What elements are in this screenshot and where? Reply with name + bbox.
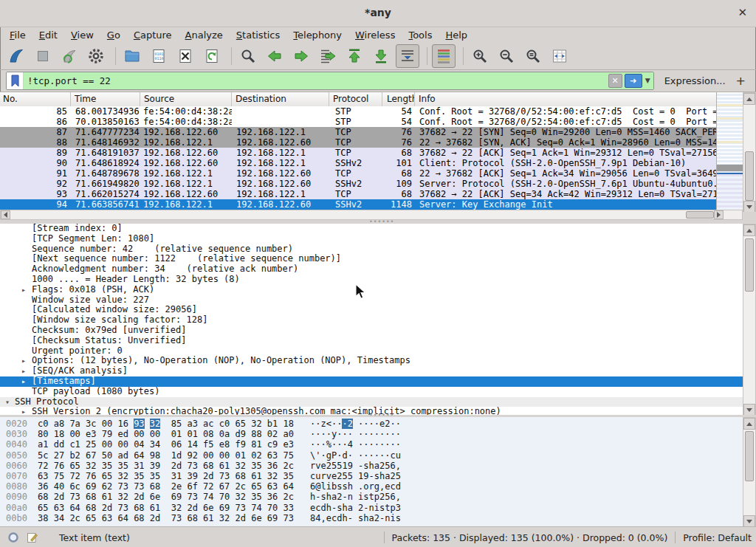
start-capture-button[interactable] xyxy=(4,44,28,68)
go-to-packet-button[interactable] xyxy=(316,44,340,68)
vscroll-thumb[interactable] xyxy=(745,238,754,292)
save-file-button[interactable]: 01010110 xyxy=(147,44,171,68)
hex-row[interactable]: 008036 40 6c 69 62 73 73 68 2e 6f 72 67 … xyxy=(0,481,756,492)
apply-filter-button[interactable]: ➜ xyxy=(625,74,642,88)
expander-icon[interactable]: ▸ xyxy=(21,285,26,295)
hex-row[interactable]: 00b038 34 2c 65 63 64 68 2d 73 68 61 32 … xyxy=(0,513,756,523)
detail-row[interactable]: ▸Flags: 0x018 (PSH, ACK) xyxy=(0,285,743,295)
menu-item-statistics[interactable]: Statistics xyxy=(230,29,286,41)
hex-bytes[interactable]: 80 18 00 e3 79 ed 00 00 01 01 08 0a d9 8… xyxy=(38,429,294,439)
profile-label[interactable]: Profile: Default xyxy=(683,532,752,543)
menu-item-telephony[interactable]: Telephony xyxy=(286,29,348,41)
detail-row[interactable]: Sequence number: 42 (relative sequence n… xyxy=(0,244,743,255)
menu-item-view[interactable]: View xyxy=(64,29,100,41)
hscroll-thumb[interactable] xyxy=(686,211,714,219)
resize-columns-button[interactable] xyxy=(548,44,571,68)
hex-row[interactable]: 0020c0 a8 7a 3c 00 16 93 32 85 a3 ac c0 … xyxy=(0,419,756,429)
hex-bytes[interactable]: a1 dd c1 25 00 00 04 34 06 14 f5 e8 f9 8… xyxy=(38,439,294,450)
detail-row[interactable]: Urgent pointer: 0 xyxy=(0,346,743,357)
detail-row[interactable]: ▸[Timestamps] xyxy=(0,376,743,387)
zoom-out-button[interactable] xyxy=(495,44,518,68)
packet-row[interactable]: 9471.663856741192.168.122.1192.168.122.6… xyxy=(0,199,716,210)
packet-row[interactable]: 8871.648146932192.168.122.1192.168.122.6… xyxy=(0,137,716,148)
column-header-protocol[interactable]: Protocol xyxy=(329,92,382,106)
menu-item-tools[interactable]: Tools xyxy=(402,29,439,41)
hex-row[interactable]: 007063 75 72 76 65 32 35 35 31 39 2d 73 … xyxy=(0,471,756,481)
detail-row[interactable]: [Next sequence number: 1122 (relative se… xyxy=(0,254,743,264)
close-file-button[interactable] xyxy=(173,44,197,68)
column-header-length[interactable]: Length xyxy=(382,92,415,106)
go-back-button[interactable] xyxy=(263,44,286,68)
expander-icon[interactable]: ▾ xyxy=(5,397,10,407)
packet-list-vscrollbar[interactable] xyxy=(743,92,756,212)
packet-row[interactable]: 8971.648191037192.168.122.60192.168.122.… xyxy=(0,148,716,158)
hex-bytes[interactable]: 68 2d 73 68 61 32 2d 6e 69 73 74 70 32 3… xyxy=(38,492,294,502)
auto-scroll-button[interactable] xyxy=(396,44,419,68)
column-header-source[interactable]: Source xyxy=(140,92,232,106)
hex-bytes[interactable]: 65 63 64 68 2d 73 68 61 32 2d 6e 69 73 7… xyxy=(38,503,294,513)
scroll-left-icon[interactable] xyxy=(4,212,7,218)
scroll-up-icon[interactable] xyxy=(746,229,752,233)
packet-row[interactable]: 8771.647777234192.168.122.60192.168.122.… xyxy=(0,127,716,137)
hex-bytes[interactable]: 36 40 6c 69 62 73 73 68 2e 6f 72 67 2c 6… xyxy=(38,481,294,492)
detail-row[interactable]: Checksum: 0x79ed [unverified] xyxy=(0,326,743,336)
hex-row[interactable]: 0040a1 dd c1 25 00 00 04 34 06 14 f5 e8 … xyxy=(0,439,756,450)
detail-row[interactable]: Window size value: 227 xyxy=(0,295,743,306)
detail-row[interactable]: [Window size scaling factor: 128] xyxy=(0,315,743,326)
packet-row[interactable]: 8670.013850163fe:54:00:d4:38:2aSTP54Conf… xyxy=(0,117,716,127)
expander-icon[interactable]: ▸ xyxy=(21,376,26,387)
expander-icon[interactable]: ▸ xyxy=(21,366,26,376)
vscroll-thumb[interactable] xyxy=(745,151,754,201)
column-header-no[interactable]: No. xyxy=(0,92,71,106)
column-header-info[interactable]: Info xyxy=(415,92,743,106)
detail-row[interactable]: [Stream index: 0] xyxy=(0,224,743,234)
scroll-down-icon[interactable] xyxy=(746,205,752,209)
menu-item-file[interactable]: File xyxy=(3,29,32,41)
open-file-button[interactable] xyxy=(120,44,144,68)
colorize-button[interactable] xyxy=(432,44,456,68)
detail-row[interactable]: ▸[SEQ/ACK analysis] xyxy=(0,366,743,376)
menu-item-wireless[interactable]: Wireless xyxy=(348,29,402,41)
menu-item-help[interactable]: Help xyxy=(439,29,474,41)
expander-icon[interactable]: ▸ xyxy=(21,356,26,366)
hex-ascii[interactable]: h-sha2-n istp256, xyxy=(310,492,401,502)
packet-row[interactable]: 9171.648789678192.168.122.1192.168.122.6… xyxy=(0,168,716,179)
go-last-button[interactable] xyxy=(369,44,393,68)
scroll-up-icon[interactable] xyxy=(746,422,752,426)
hex-bytes[interactable]: 38 34 2c 65 63 64 68 2d 73 68 61 32 2d 6… xyxy=(38,513,294,523)
filter-bookmark-button[interactable] xyxy=(7,72,24,89)
find-packet-button[interactable] xyxy=(236,44,260,68)
detail-row[interactable]: ▾SSH Protocol xyxy=(0,397,743,407)
scroll-down-icon[interactable] xyxy=(746,520,752,523)
hex-row[interactable]: 009068 2d 73 68 61 32 2d 6e 69 73 74 70 … xyxy=(0,492,756,502)
hex-bytes[interactable]: 72 76 65 32 35 35 31 39 2d 73 68 61 32 3… xyxy=(38,461,294,471)
menu-item-edit[interactable]: Edit xyxy=(32,29,64,41)
menu-item-go[interactable]: Go xyxy=(100,29,127,41)
detail-row[interactable]: ▸Options: (12 bytes), No-Operation (NOP)… xyxy=(0,356,743,366)
expression-button[interactable]: Expression... xyxy=(664,75,726,86)
expander-icon[interactable]: ▸ xyxy=(21,407,26,415)
hex-bytes[interactable]: 5c 27 b2 67 50 ad 64 98 1d 92 00 00 01 0… xyxy=(38,450,294,461)
packet-row[interactable]: 9271.661949820192.168.122.1192.168.122.6… xyxy=(0,179,716,189)
packet-row[interactable]: 8568.001734936fe:54:00:d4:38:2aSTP54Conf… xyxy=(0,106,716,117)
hex-ascii[interactable]: 84,ecdh- sha2-nis xyxy=(310,513,401,523)
packet-minimap[interactable] xyxy=(716,92,743,210)
column-header-time[interactable]: Time xyxy=(71,92,140,106)
scroll-down-icon[interactable] xyxy=(746,408,752,412)
packet-row[interactable]: 9071.648618924192.168.122.60192.168.122.… xyxy=(0,158,716,168)
menu-item-analyze[interactable]: Analyze xyxy=(179,29,230,41)
hex-row[interactable]: 006072 76 65 32 35 35 31 39 2d 73 68 61 … xyxy=(0,461,756,471)
hex-bytes[interactable]: 63 75 72 76 65 32 35 35 31 39 2d 73 68 6… xyxy=(38,471,294,481)
hex-bytes[interactable]: c0 a8 7a 3c 00 16 93 32 85 a3 ac c0 65 3… xyxy=(38,419,294,429)
go-forward-button[interactable] xyxy=(289,44,313,68)
hex-ascii[interactable]: ···%···4 ········ xyxy=(310,439,401,450)
details-vscrollbar[interactable] xyxy=(743,224,756,415)
reload-file-button[interactable] xyxy=(200,44,224,68)
zoom-reset-button[interactable] xyxy=(521,44,545,68)
restart-capture-button[interactable] xyxy=(58,44,81,68)
expert-info-icon[interactable] xyxy=(7,531,19,543)
add-filter-button[interactable]: + xyxy=(736,74,746,88)
hex-ascii[interactable]: 6@libssh .org,ecd xyxy=(310,481,401,492)
column-header-destination[interactable]: Destination xyxy=(232,92,329,106)
menu-item-capture[interactable]: Capture xyxy=(127,29,179,41)
